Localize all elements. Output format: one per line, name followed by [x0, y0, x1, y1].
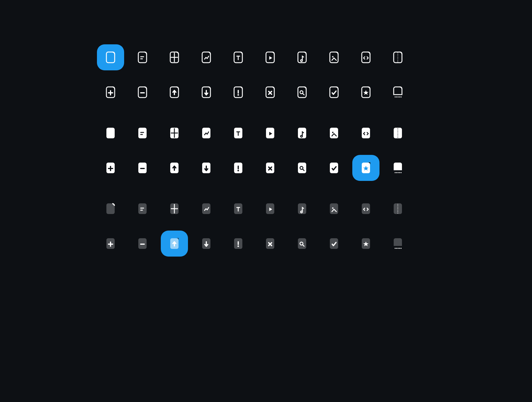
file-shred-icon[interactable] [391, 161, 405, 175]
file-minus-icon[interactable] [135, 236, 150, 251]
outline-row-1 [103, 50, 429, 64]
file-icon[interactable] [103, 50, 118, 64]
file-archive-icon[interactable] [391, 202, 405, 216]
file-audio-icon[interactable] [295, 202, 309, 216]
file-download-icon[interactable] [199, 236, 213, 251]
file-icon[interactable] [103, 126, 118, 140]
file-favorite-icon[interactable] [359, 85, 373, 99]
file-image-icon[interactable] [327, 50, 341, 64]
file-icon[interactable] [103, 202, 118, 216]
solid-row-2 [103, 161, 429, 175]
file-check-icon[interactable] [327, 161, 341, 175]
file-check-icon[interactable] [327, 85, 341, 99]
file-chart-icon[interactable] [199, 202, 213, 216]
style-outline-section [103, 50, 429, 99]
file-favorite-icon[interactable] [359, 236, 373, 251]
file-table-icon[interactable] [167, 50, 181, 64]
duotone-row-2 [103, 236, 429, 251]
file-upload-icon[interactable] [167, 85, 181, 99]
file-image-icon[interactable] [327, 202, 341, 216]
file-text-icon[interactable] [135, 126, 150, 140]
file-search-icon[interactable] [295, 161, 309, 175]
file-text-icon[interactable] [135, 50, 150, 64]
file-chart-icon[interactable] [199, 50, 213, 64]
file-video-icon[interactable] [263, 126, 277, 140]
file-code-icon[interactable] [359, 126, 373, 140]
file-search-icon[interactable] [295, 85, 309, 99]
file-table-icon[interactable] [167, 126, 181, 140]
file-alert-icon[interactable] [231, 161, 245, 175]
icon-gallery [80, 38, 452, 364]
file-check-icon[interactable] [327, 236, 341, 251]
file-download-icon[interactable] [199, 161, 213, 175]
file-type-icon[interactable] [231, 126, 245, 140]
file-text-icon[interactable] [135, 202, 150, 216]
file-type-icon[interactable] [231, 50, 245, 64]
file-archive-icon[interactable] [391, 126, 405, 140]
file-audio-icon[interactable] [295, 126, 309, 140]
style-solid-section [103, 126, 429, 175]
file-archive-icon[interactable] [391, 50, 405, 64]
style-duotone-section [103, 202, 429, 251]
file-search-icon[interactable] [295, 236, 309, 251]
file-minus-icon[interactable] [135, 85, 150, 99]
file-delete-icon[interactable] [263, 236, 277, 251]
file-type-icon[interactable] [231, 202, 245, 216]
file-alert-icon[interactable] [231, 236, 245, 251]
file-video-icon[interactable] [263, 202, 277, 216]
file-image-icon[interactable] [327, 126, 341, 140]
file-upload-icon[interactable] [167, 161, 181, 175]
file-chart-icon[interactable] [199, 126, 213, 140]
file-code-icon[interactable] [359, 50, 373, 64]
file-upload-icon[interactable] [167, 236, 181, 251]
file-shred-icon[interactable] [391, 236, 405, 251]
duotone-row-1 [103, 202, 429, 216]
file-delete-icon[interactable] [263, 161, 277, 175]
solid-row-1 [103, 126, 429, 140]
file-code-icon[interactable] [359, 202, 373, 216]
file-delete-icon[interactable] [263, 85, 277, 99]
outline-row-2 [103, 85, 429, 99]
file-video-icon[interactable] [263, 50, 277, 64]
file-table-icon[interactable] [167, 202, 181, 216]
file-audio-icon[interactable] [295, 50, 309, 64]
file-plus-icon[interactable] [103, 236, 118, 251]
file-download-icon[interactable] [199, 85, 213, 99]
file-minus-icon[interactable] [135, 161, 150, 175]
file-plus-icon[interactable] [103, 161, 118, 175]
file-shred-icon[interactable] [391, 85, 405, 99]
file-plus-icon[interactable] [103, 85, 118, 99]
file-alert-icon[interactable] [231, 85, 245, 99]
file-favorite-icon[interactable] [359, 161, 373, 175]
